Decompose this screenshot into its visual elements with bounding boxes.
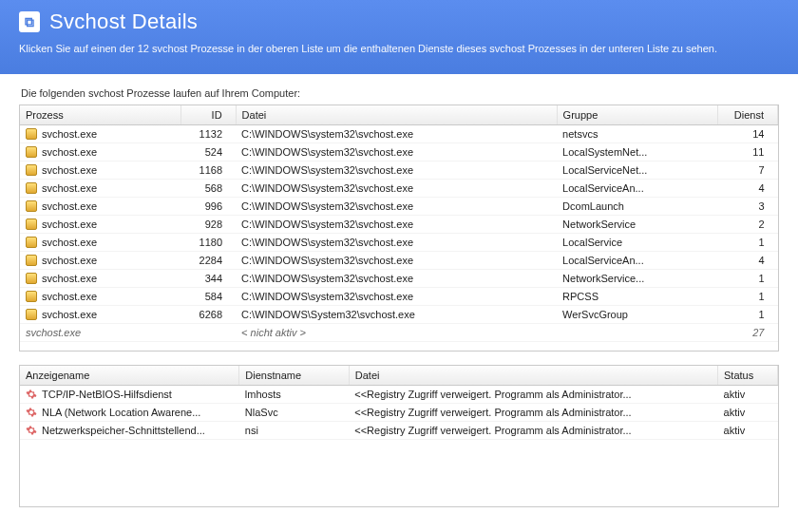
process-icon [26,291,37,302]
cell-process-text: svchost.exe [42,273,97,284]
cell-group: NetworkService... [557,270,717,288]
col-servicename[interactable]: Dienstname [239,366,349,386]
cell-servicename: lmhosts [239,386,349,404]
cell-process: svchost.exe [20,324,180,342]
cell-id: 344 [180,270,236,288]
cell-process-text: svchost.exe [42,309,97,320]
cell-svc: 7 [717,162,777,180]
service-table-header-row: Anzeigename Dienstname Datei Status [20,366,778,386]
table-row[interactable]: svchost.exe2284C:\WINDOWS\system32\svcho… [20,252,778,270]
cell-id: 568 [180,180,236,198]
cell-file: C:\WINDOWS\system32\svchost.exe [236,252,557,270]
cell-process-text: svchost.exe [42,182,97,194]
cell-process-text: svchost.exe [42,146,97,158]
process-icon [26,128,37,140]
top-section-label: Die folgenden svchost Prozesse laufen au… [21,87,779,99]
table-row[interactable]: svchost.exe524C:\WINDOWS\system32\svchos… [20,143,778,162]
cell-status: aktiv [718,386,778,404]
cell-servicefile: <<Registry Zugriff verweigert. Programm … [349,386,717,404]
process-table-scroll[interactable]: Prozess ID Datei Gruppe Dienst svchost.e… [20,105,778,351]
cell-svc: 1 [717,234,777,252]
cell-svc: 2 [717,216,777,234]
cell-process-text: svchost.exe [42,237,97,248]
table-row[interactable]: svchost.exe1168C:\WINDOWS\system32\svcho… [20,162,778,180]
cell-process-text: svchost.exe [42,200,97,212]
cell-servicefile: <<Registry Zugriff verweigert. Programm … [349,404,717,422]
table-row-inactive[interactable]: svchost.exe< nicht aktiv >27 [20,324,778,342]
col-servicefile[interactable]: Datei [349,366,717,386]
service-table-scroll[interactable]: Anzeigename Dienstname Datei Status TCP/… [20,366,778,506]
table-row[interactable]: TCP/IP-NetBIOS-Hilfsdienstlmhosts<<Regis… [20,386,778,404]
cell-file: C:\WINDOWS\system32\svchost.exe [236,288,557,306]
cell-process: svchost.exe [20,270,180,288]
cell-displayname: NLA (Network Location Awarene... [20,404,239,422]
cell-svc: 11 [717,143,777,162]
cell-file: C:\WINDOWS\system32\svchost.exe [236,143,557,162]
cell-process-text: svchost.exe [42,128,97,140]
app-icon: ⧉ [19,11,40,32]
process-icon [26,182,37,194]
table-row[interactable]: svchost.exe996C:\WINDOWS\system32\svchos… [20,198,778,216]
process-icon [26,146,37,158]
gear-icon [26,407,37,418]
cell-svc: 27 [717,324,777,342]
col-id[interactable]: ID [180,105,236,125]
cell-group: WerSvcGroup [557,306,717,324]
cell-process-text: svchost.exe [42,164,97,176]
cell-file: C:\WINDOWS\system32\svchost.exe [236,125,557,143]
cell-id: 524 [180,143,236,162]
cell-status: aktiv [718,422,778,440]
col-status[interactable]: Status [718,366,778,386]
table-row[interactable]: svchost.exe568C:\WINDOWS\system32\svchos… [20,180,778,198]
header: ⧉ Svchost Details Klicken Sie auf einen … [0,0,798,74]
service-table-panel: Anzeigename Dienstname Datei Status TCP/… [19,365,779,507]
page-description: Klicken Sie auf einen der 12 svchost Pro… [19,42,760,56]
table-row[interactable]: svchost.exe6268C:\WINDOWS\System32\svcho… [20,306,778,324]
cell-svc: 1 [717,270,777,288]
cell-group: DcomLaunch [557,198,717,216]
cell-file: C:\WINDOWS\system32\svchost.exe [236,216,557,234]
process-icon [26,255,37,266]
cell-process-text: svchost.exe [42,218,97,230]
cell-svc: 14 [717,125,777,143]
col-group[interactable]: Gruppe [557,105,717,125]
table-row[interactable]: svchost.exe1132C:\WINDOWS\system32\svcho… [20,125,778,143]
service-table: Anzeigename Dienstname Datei Status TCP/… [20,366,778,440]
cell-group: LocalServiceNet... [557,162,717,180]
cell-id: 928 [180,216,236,234]
cell-svc: 1 [717,306,777,324]
cell-process: svchost.exe [20,306,180,324]
table-row[interactable]: svchost.exe928C:\WINDOWS\system32\svchos… [20,216,778,234]
cell-process: svchost.exe [20,198,180,216]
cell-file: < nicht aktiv > [236,324,557,342]
table-row[interactable]: Netzwerkspeicher-Schnittstellend...nsi<<… [20,422,778,440]
col-displayname[interactable]: Anzeigename [20,366,239,386]
table-row[interactable]: NLA (Network Location Awarene...NlaSvc<<… [20,404,778,422]
cell-status: aktiv [718,404,778,422]
process-table: Prozess ID Datei Gruppe Dienst svchost.e… [20,105,778,342]
cell-group: NetworkService [557,216,717,234]
cell-id: 2284 [180,252,236,270]
col-process[interactable]: Prozess [20,105,180,125]
process-icon [26,200,37,212]
cell-file: C:\WINDOWS\system32\svchost.exe [236,198,557,216]
cell-process: svchost.exe [20,234,180,252]
cell-group: netsvcs [557,125,717,143]
cell-process: svchost.exe [20,162,180,180]
col-service[interactable]: Dienst [717,105,777,125]
cell-process: svchost.exe [20,288,180,306]
col-file[interactable]: Datei [236,105,557,125]
cell-id: 1180 [180,234,236,252]
cell-id: 6268 [180,306,236,324]
table-row[interactable]: svchost.exe584C:\WINDOWS\system32\svchos… [20,288,778,306]
process-icon [26,164,37,176]
cell-process: svchost.exe [20,125,180,143]
cell-svc: 4 [717,252,777,270]
cell-id: 996 [180,198,236,216]
cell-process: svchost.exe [20,216,180,234]
table-row[interactable]: svchost.exe1180C:\WINDOWS\system32\svcho… [20,234,778,252]
cell-servicename: NlaSvc [239,404,349,422]
cell-id: 584 [180,288,236,306]
gear-icon [26,425,37,436]
table-row[interactable]: svchost.exe344C:\WINDOWS\system32\svchos… [20,270,778,288]
